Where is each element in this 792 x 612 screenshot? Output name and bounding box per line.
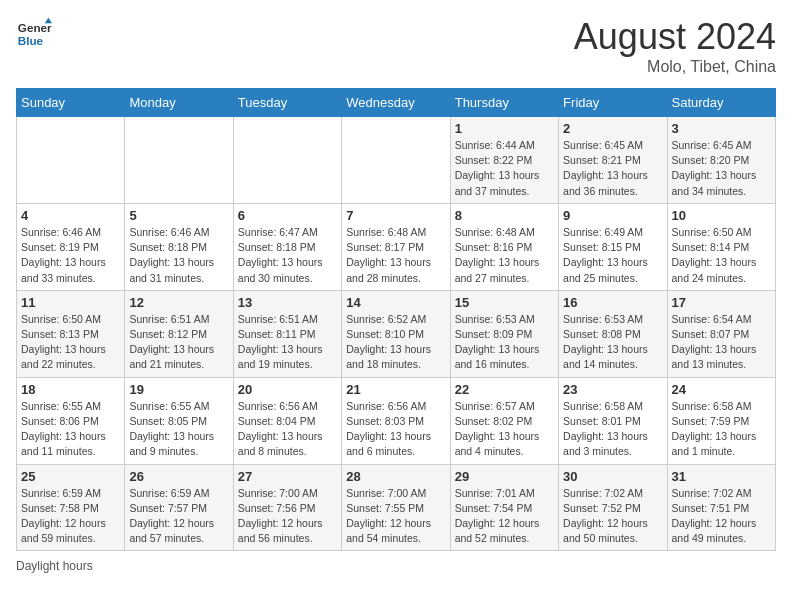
day-number: 27 [238, 469, 337, 484]
header-row: SundayMondayTuesdayWednesdayThursdayFrid… [17, 89, 776, 117]
day-info: Sunrise: 6:48 AM Sunset: 8:16 PM Dayligh… [455, 225, 554, 286]
day-number: 21 [346, 382, 445, 397]
day-info: Sunrise: 7:01 AM Sunset: 7:54 PM Dayligh… [455, 486, 554, 547]
day-number: 16 [563, 295, 662, 310]
day-info: Sunrise: 6:57 AM Sunset: 8:02 PM Dayligh… [455, 399, 554, 460]
day-of-week-header: Sunday [17, 89, 125, 117]
calendar-week-row: 1Sunrise: 6:44 AM Sunset: 8:22 PM Daylig… [17, 117, 776, 204]
title-block: August 2024 Molo, Tibet, China [574, 16, 776, 76]
day-info: Sunrise: 6:52 AM Sunset: 8:10 PM Dayligh… [346, 312, 445, 373]
calendar-cell: 5Sunrise: 6:46 AM Sunset: 8:18 PM Daylig… [125, 203, 233, 290]
day-info: Sunrise: 6:53 AM Sunset: 8:08 PM Dayligh… [563, 312, 662, 373]
calendar-cell: 24Sunrise: 6:58 AM Sunset: 7:59 PM Dayli… [667, 377, 775, 464]
calendar-body: 1Sunrise: 6:44 AM Sunset: 8:22 PM Daylig… [17, 117, 776, 551]
day-info: Sunrise: 6:51 AM Sunset: 8:12 PM Dayligh… [129, 312, 228, 373]
day-number: 20 [238, 382, 337, 397]
calendar-cell: 15Sunrise: 6:53 AM Sunset: 8:09 PM Dayli… [450, 290, 558, 377]
day-number: 30 [563, 469, 662, 484]
calendar-cell: 25Sunrise: 6:59 AM Sunset: 7:58 PM Dayli… [17, 464, 125, 551]
day-number: 25 [21, 469, 120, 484]
calendar-cell: 26Sunrise: 6:59 AM Sunset: 7:57 PM Dayli… [125, 464, 233, 551]
calendar-cell: 18Sunrise: 6:55 AM Sunset: 8:06 PM Dayli… [17, 377, 125, 464]
day-info: Sunrise: 6:59 AM Sunset: 7:57 PM Dayligh… [129, 486, 228, 547]
day-info: Sunrise: 7:02 AM Sunset: 7:51 PM Dayligh… [672, 486, 771, 547]
calendar-cell: 27Sunrise: 7:00 AM Sunset: 7:56 PM Dayli… [233, 464, 341, 551]
logo: General Blue [16, 16, 52, 52]
day-info: Sunrise: 6:59 AM Sunset: 7:58 PM Dayligh… [21, 486, 120, 547]
calendar-week-row: 4Sunrise: 6:46 AM Sunset: 8:19 PM Daylig… [17, 203, 776, 290]
daylight-hours-label: Daylight hours [16, 559, 93, 573]
calendar-cell: 31Sunrise: 7:02 AM Sunset: 7:51 PM Dayli… [667, 464, 775, 551]
calendar-cell: 14Sunrise: 6:52 AM Sunset: 8:10 PM Dayli… [342, 290, 450, 377]
logo-icon: General Blue [16, 16, 52, 52]
main-title: August 2024 [574, 16, 776, 58]
day-number: 31 [672, 469, 771, 484]
calendar-cell: 29Sunrise: 7:01 AM Sunset: 7:54 PM Dayli… [450, 464, 558, 551]
calendar-cell [125, 117, 233, 204]
calendar-cell: 2Sunrise: 6:45 AM Sunset: 8:21 PM Daylig… [559, 117, 667, 204]
calendar-cell [233, 117, 341, 204]
day-info: Sunrise: 6:51 AM Sunset: 8:11 PM Dayligh… [238, 312, 337, 373]
calendar-cell: 6Sunrise: 6:47 AM Sunset: 8:18 PM Daylig… [233, 203, 341, 290]
day-number: 23 [563, 382, 662, 397]
day-number: 12 [129, 295, 228, 310]
calendar-cell: 19Sunrise: 6:55 AM Sunset: 8:05 PM Dayli… [125, 377, 233, 464]
day-number: 13 [238, 295, 337, 310]
calendar-cell: 3Sunrise: 6:45 AM Sunset: 8:20 PM Daylig… [667, 117, 775, 204]
day-info: Sunrise: 6:47 AM Sunset: 8:18 PM Dayligh… [238, 225, 337, 286]
day-number: 1 [455, 121, 554, 136]
day-info: Sunrise: 7:00 AM Sunset: 7:55 PM Dayligh… [346, 486, 445, 547]
day-of-week-header: Wednesday [342, 89, 450, 117]
day-info: Sunrise: 6:50 AM Sunset: 8:13 PM Dayligh… [21, 312, 120, 373]
day-of-week-header: Saturday [667, 89, 775, 117]
calendar-cell: 10Sunrise: 6:50 AM Sunset: 8:14 PM Dayli… [667, 203, 775, 290]
day-info: Sunrise: 6:46 AM Sunset: 8:18 PM Dayligh… [129, 225, 228, 286]
calendar-cell: 13Sunrise: 6:51 AM Sunset: 8:11 PM Dayli… [233, 290, 341, 377]
day-of-week-header: Thursday [450, 89, 558, 117]
day-number: 10 [672, 208, 771, 223]
day-info: Sunrise: 6:56 AM Sunset: 8:04 PM Dayligh… [238, 399, 337, 460]
calendar-cell: 17Sunrise: 6:54 AM Sunset: 8:07 PM Dayli… [667, 290, 775, 377]
calendar-table: SundayMondayTuesdayWednesdayThursdayFrid… [16, 88, 776, 551]
day-number: 17 [672, 295, 771, 310]
day-number: 11 [21, 295, 120, 310]
calendar-cell: 16Sunrise: 6:53 AM Sunset: 8:08 PM Dayli… [559, 290, 667, 377]
day-number: 29 [455, 469, 554, 484]
day-number: 26 [129, 469, 228, 484]
day-number: 28 [346, 469, 445, 484]
svg-text:Blue: Blue [18, 34, 44, 47]
day-info: Sunrise: 6:50 AM Sunset: 8:14 PM Dayligh… [672, 225, 771, 286]
calendar-cell: 28Sunrise: 7:00 AM Sunset: 7:55 PM Dayli… [342, 464, 450, 551]
calendar-cell: 9Sunrise: 6:49 AM Sunset: 8:15 PM Daylig… [559, 203, 667, 290]
day-info: Sunrise: 6:46 AM Sunset: 8:19 PM Dayligh… [21, 225, 120, 286]
day-of-week-header: Tuesday [233, 89, 341, 117]
calendar-cell: 20Sunrise: 6:56 AM Sunset: 8:04 PM Dayli… [233, 377, 341, 464]
day-info: Sunrise: 6:45 AM Sunset: 8:20 PM Dayligh… [672, 138, 771, 199]
day-number: 2 [563, 121, 662, 136]
day-number: 14 [346, 295, 445, 310]
day-info: Sunrise: 6:45 AM Sunset: 8:21 PM Dayligh… [563, 138, 662, 199]
calendar-cell: 23Sunrise: 6:58 AM Sunset: 8:01 PM Dayli… [559, 377, 667, 464]
day-number: 8 [455, 208, 554, 223]
footer: Daylight hours [16, 559, 776, 573]
day-info: Sunrise: 6:48 AM Sunset: 8:17 PM Dayligh… [346, 225, 445, 286]
day-number: 18 [21, 382, 120, 397]
day-info: Sunrise: 6:55 AM Sunset: 8:05 PM Dayligh… [129, 399, 228, 460]
calendar-week-row: 25Sunrise: 6:59 AM Sunset: 7:58 PM Dayli… [17, 464, 776, 551]
day-of-week-header: Monday [125, 89, 233, 117]
calendar-cell: 22Sunrise: 6:57 AM Sunset: 8:02 PM Dayli… [450, 377, 558, 464]
calendar-cell: 1Sunrise: 6:44 AM Sunset: 8:22 PM Daylig… [450, 117, 558, 204]
day-info: Sunrise: 6:56 AM Sunset: 8:03 PM Dayligh… [346, 399, 445, 460]
day-number: 4 [21, 208, 120, 223]
calendar-cell: 12Sunrise: 6:51 AM Sunset: 8:12 PM Dayli… [125, 290, 233, 377]
calendar-cell: 4Sunrise: 6:46 AM Sunset: 8:19 PM Daylig… [17, 203, 125, 290]
page-header: General Blue August 2024 Molo, Tibet, Ch… [16, 16, 776, 76]
day-info: Sunrise: 6:53 AM Sunset: 8:09 PM Dayligh… [455, 312, 554, 373]
day-number: 19 [129, 382, 228, 397]
day-number: 22 [455, 382, 554, 397]
calendar-cell: 7Sunrise: 6:48 AM Sunset: 8:17 PM Daylig… [342, 203, 450, 290]
day-info: Sunrise: 6:44 AM Sunset: 8:22 PM Dayligh… [455, 138, 554, 199]
day-number: 7 [346, 208, 445, 223]
calendar-week-row: 18Sunrise: 6:55 AM Sunset: 8:06 PM Dayli… [17, 377, 776, 464]
subtitle: Molo, Tibet, China [574, 58, 776, 76]
